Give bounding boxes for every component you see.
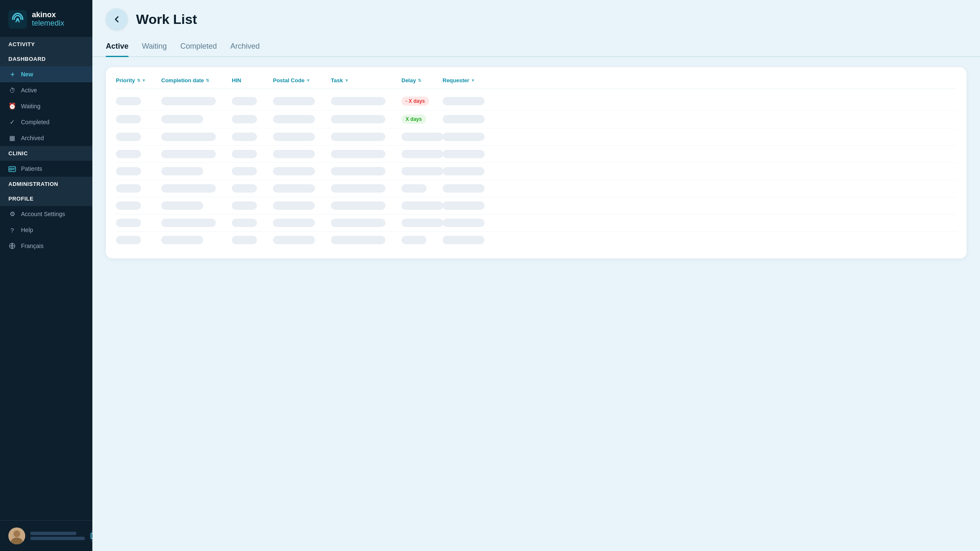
cell-skeleton — [331, 97, 385, 105]
user-footer — [0, 520, 92, 551]
cell-skeleton — [443, 97, 485, 105]
cell-skeleton — [331, 150, 385, 158]
col-requester[interactable]: Requester ▼ — [443, 77, 501, 84]
cell-skeleton — [331, 184, 385, 193]
top-bar: Work List — [92, 0, 980, 39]
cell-skeleton — [116, 115, 141, 123]
table-row[interactable]: - X days — [116, 92, 956, 110]
table-row[interactable] — [116, 146, 956, 163]
section-administration: ADMINISTRATION — [0, 177, 92, 191]
section-profile: PROFILE — [0, 191, 92, 206]
col-hin[interactable]: HIN — [232, 77, 270, 84]
sidebar-item-patients[interactable]: Patients — [0, 161, 92, 177]
cell-skeleton — [161, 167, 203, 175]
cell-skeleton — [161, 150, 216, 158]
tab-active[interactable]: Active — [106, 39, 128, 57]
back-button[interactable] — [106, 8, 128, 30]
table-row[interactable] — [116, 232, 956, 248]
table-header: Priority ⇅ ▼ Completion date ⇅ HIN Posta… — [116, 77, 956, 89]
tab-completed[interactable]: Completed — [180, 39, 217, 57]
sidebar-item-completed[interactable]: ✓ Completed — [0, 114, 92, 130]
cell-skeleton — [116, 167, 141, 175]
table-row[interactable] — [116, 180, 956, 197]
cell-skeleton — [443, 150, 485, 158]
cell-skeleton — [443, 167, 485, 175]
cell-skeleton — [116, 97, 141, 105]
cell-skeleton — [161, 201, 203, 210]
cell-skeleton — [116, 236, 141, 244]
col-task[interactable]: Task ▼ — [331, 77, 398, 84]
cell-skeleton — [401, 219, 443, 227]
logo-name-bold: akinox — [32, 11, 64, 19]
sidebar-item-patients-label: Patients — [21, 165, 42, 172]
delay-badge-negative: - X days — [401, 97, 429, 106]
tab-archived[interactable]: Archived — [230, 39, 259, 57]
help-icon: ? — [8, 226, 16, 234]
cell-skeleton — [443, 236, 485, 244]
table-row[interactable] — [116, 197, 956, 214]
cell-skeleton — [161, 219, 216, 227]
cell-skeleton — [273, 133, 315, 141]
tab-waiting[interactable]: Waiting — [142, 39, 167, 57]
clock-icon: ⏱ — [8, 86, 16, 94]
cell-skeleton — [273, 150, 315, 158]
section-clinic: CLINIC — [0, 146, 92, 161]
table-row[interactable] — [116, 163, 956, 180]
archive-icon: ▦ — [8, 134, 16, 142]
cell-skeleton — [401, 236, 427, 244]
cell-skeleton — [232, 184, 257, 193]
cell-skeleton — [331, 236, 385, 244]
col-completion-date[interactable]: Completion date ⇅ — [161, 77, 228, 84]
col-postal-code[interactable]: Postal Code ▼ — [273, 77, 328, 84]
tabs-container: Active Waiting Completed Archived — [92, 39, 980, 57]
main-content: Work List Active Waiting Completed Archi… — [92, 0, 980, 551]
sort-icon-date: ⇅ — [206, 78, 209, 83]
sidebar-item-archived[interactable]: ▦ Archived — [0, 130, 92, 146]
sidebar-item-help-label: Help — [21, 227, 33, 233]
cell-skeleton — [443, 115, 485, 123]
cell-skeleton — [161, 133, 216, 141]
cell-skeleton — [232, 167, 257, 175]
cell-skeleton — [331, 167, 385, 175]
cell-skeleton — [232, 201, 257, 210]
cell-skeleton — [273, 167, 315, 175]
sidebar-item-active[interactable]: ⏱ Active — [0, 82, 92, 98]
cell-skeleton — [161, 97, 216, 105]
section-activity: ACTIVITY — [0, 37, 92, 52]
sidebar-item-language[interactable]: Français — [0, 238, 92, 254]
sidebar-item-new-label: New — [21, 71, 33, 78]
filter-icon-postal: ▼ — [306, 78, 310, 83]
sidebar-item-account-label: Account Settings — [21, 211, 65, 217]
user-name-bar — [30, 532, 76, 535]
cell-skeleton — [232, 133, 257, 141]
cell-skeleton — [116, 201, 141, 210]
cell-skeleton — [273, 184, 315, 193]
logo: akinox telemedix — [0, 0, 92, 37]
svg-point-1 — [16, 18, 19, 21]
svg-point-6 — [13, 530, 20, 537]
user-info — [30, 532, 85, 540]
sidebar-item-waiting[interactable]: ⏰ Waiting — [0, 98, 92, 114]
cell-skeleton — [443, 201, 485, 210]
filter-icon-task: ▼ — [345, 78, 349, 83]
table-row[interactable] — [116, 128, 956, 146]
table-row[interactable] — [116, 214, 956, 232]
cell-skeleton — [232, 115, 257, 123]
cell-skeleton — [401, 201, 443, 210]
section-dashboard: DASHBOARD — [0, 52, 92, 66]
patients-icon — [8, 165, 16, 172]
sort-icon-priority: ⇅ — [137, 78, 140, 83]
sidebar-item-account-settings[interactable]: ⚙ Account Settings — [0, 206, 92, 222]
sidebar-item-new[interactable]: ＋ New — [0, 66, 92, 82]
avatar — [8, 527, 25, 544]
cell-skeleton — [232, 219, 257, 227]
table-row[interactable]: X days — [116, 110, 956, 128]
cell-skeleton — [116, 133, 141, 141]
col-priority[interactable]: Priority ⇅ ▼ — [116, 77, 158, 84]
cell-skeleton — [443, 184, 485, 193]
sort-icon-delay: ⇅ — [418, 78, 421, 83]
col-delay[interactable]: Delay ⇅ — [401, 77, 439, 84]
sidebar-item-help[interactable]: ? Help — [0, 222, 92, 238]
cell-skeleton — [161, 115, 203, 123]
sidebar-item-waiting-label: Waiting — [21, 103, 40, 110]
